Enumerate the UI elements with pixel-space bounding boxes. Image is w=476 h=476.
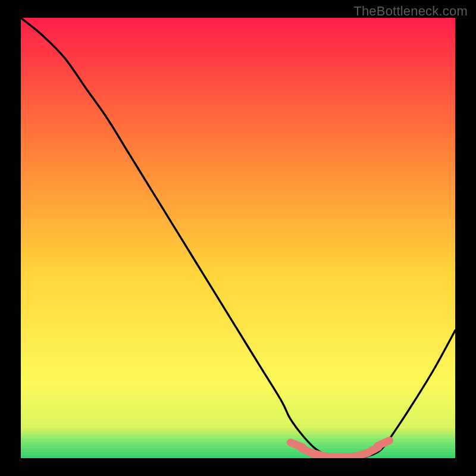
chart-svg — [21, 18, 455, 458]
plot-area — [21, 18, 455, 458]
gradient-background — [21, 18, 455, 458]
chart-frame: TheBottleneck.com — [0, 0, 476, 476]
watermark-text: TheBottleneck.com — [353, 4, 468, 19]
trough-marker — [378, 440, 390, 446]
